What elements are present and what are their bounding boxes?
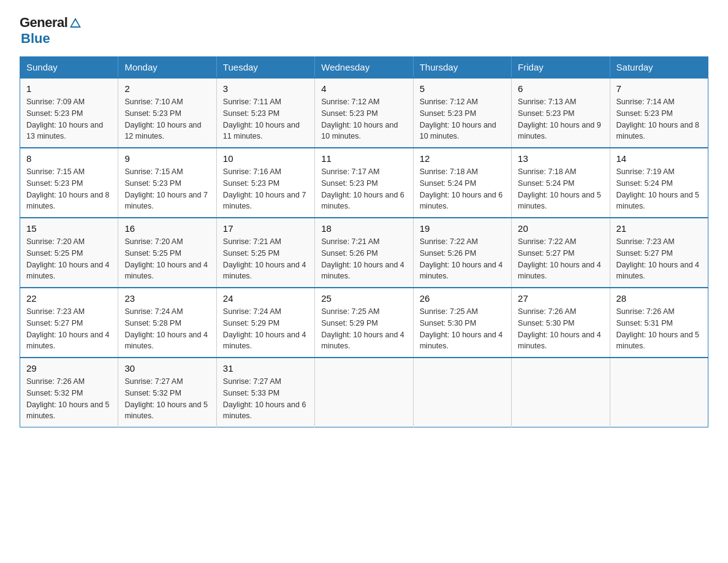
calendar-day-cell: 10 Sunrise: 7:16 AM Sunset: 5:23 PM Dayl… (216, 148, 314, 218)
calendar-day-cell: 17 Sunrise: 7:21 AM Sunset: 5:25 PM Dayl… (216, 218, 314, 288)
calendar-day-cell: 19 Sunrise: 7:22 AM Sunset: 5:26 PM Dayl… (413, 218, 511, 288)
calendar-day-cell: 21 Sunrise: 7:23 AM Sunset: 5:27 PM Dayl… (610, 218, 708, 288)
day-number: 12 (420, 153, 505, 164)
day-number: 14 (616, 153, 702, 164)
day-number: 9 (124, 153, 210, 164)
calendar-day-cell (413, 358, 511, 427)
day-info: Sunrise: 7:11 AM Sunset: 5:23 PM Dayligh… (223, 96, 308, 142)
calendar-day-cell: 24 Sunrise: 7:24 AM Sunset: 5:29 PM Dayl… (216, 288, 314, 358)
day-number: 16 (124, 223, 210, 234)
day-of-week-header: Friday (512, 57, 610, 79)
day-info: Sunrise: 7:22 AM Sunset: 5:27 PM Dayligh… (518, 236, 603, 282)
day-number: 22 (26, 293, 112, 304)
day-info: Sunrise: 7:19 AM Sunset: 5:24 PM Dayligh… (616, 166, 702, 212)
logo-blue-text: Blue (21, 31, 50, 47)
day-number: 18 (321, 223, 406, 234)
day-info: Sunrise: 7:14 AM Sunset: 5:23 PM Dayligh… (616, 96, 702, 142)
day-info: Sunrise: 7:26 AM Sunset: 5:31 PM Dayligh… (616, 306, 702, 352)
day-info: Sunrise: 7:21 AM Sunset: 5:25 PM Dayligh… (223, 236, 308, 282)
calendar-day-cell: 8 Sunrise: 7:15 AM Sunset: 5:23 PM Dayli… (20, 148, 118, 218)
calendar-day-cell: 1 Sunrise: 7:09 AM Sunset: 5:23 PM Dayli… (20, 78, 118, 148)
day-info: Sunrise: 7:24 AM Sunset: 5:28 PM Dayligh… (124, 306, 210, 352)
day-info: Sunrise: 7:12 AM Sunset: 5:23 PM Dayligh… (420, 96, 505, 142)
calendar-week-row: 1 Sunrise: 7:09 AM Sunset: 5:23 PM Dayli… (20, 78, 708, 148)
day-number: 2 (124, 83, 210, 94)
day-info: Sunrise: 7:17 AM Sunset: 5:23 PM Dayligh… (321, 166, 406, 212)
day-info: Sunrise: 7:25 AM Sunset: 5:29 PM Dayligh… (321, 306, 406, 352)
calendar-day-cell: 3 Sunrise: 7:11 AM Sunset: 5:23 PM Dayli… (216, 78, 314, 148)
day-info: Sunrise: 7:10 AM Sunset: 5:23 PM Dayligh… (124, 96, 210, 142)
day-number: 24 (223, 293, 308, 304)
day-info: Sunrise: 7:26 AM Sunset: 5:30 PM Dayligh… (518, 306, 603, 352)
day-number: 30 (124, 363, 210, 373)
calendar-day-cell (610, 358, 708, 427)
day-info: Sunrise: 7:24 AM Sunset: 5:29 PM Dayligh… (223, 306, 308, 352)
day-of-week-header: Sunday (20, 57, 118, 79)
day-number: 15 (26, 223, 112, 234)
calendar-week-row: 8 Sunrise: 7:15 AM Sunset: 5:23 PM Dayli… (20, 148, 708, 218)
calendar-day-cell: 16 Sunrise: 7:20 AM Sunset: 5:25 PM Dayl… (118, 218, 216, 288)
calendar-day-cell: 6 Sunrise: 7:13 AM Sunset: 5:23 PM Dayli… (512, 78, 610, 148)
day-number: 11 (321, 153, 406, 164)
calendar-day-cell: 30 Sunrise: 7:27 AM Sunset: 5:32 PM Dayl… (118, 358, 216, 427)
day-number: 31 (223, 363, 308, 373)
day-number: 17 (223, 223, 308, 234)
day-info: Sunrise: 7:15 AM Sunset: 5:23 PM Dayligh… (26, 166, 112, 212)
calendar-day-cell: 14 Sunrise: 7:19 AM Sunset: 5:24 PM Dayl… (610, 148, 708, 218)
calendar-day-cell: 20 Sunrise: 7:22 AM Sunset: 5:27 PM Dayl… (512, 218, 610, 288)
calendar-table: SundayMondayTuesdayWednesdayThursdayFrid… (20, 56, 708, 427)
calendar-day-cell: 9 Sunrise: 7:15 AM Sunset: 5:23 PM Dayli… (118, 148, 216, 218)
day-number: 28 (616, 293, 702, 304)
calendar-day-cell: 15 Sunrise: 7:20 AM Sunset: 5:25 PM Dayl… (20, 218, 118, 288)
day-info: Sunrise: 7:20 AM Sunset: 5:25 PM Dayligh… (26, 236, 112, 282)
day-info: Sunrise: 7:09 AM Sunset: 5:23 PM Dayligh… (26, 96, 112, 142)
day-info: Sunrise: 7:13 AM Sunset: 5:23 PM Dayligh… (518, 96, 603, 142)
calendar-week-row: 15 Sunrise: 7:20 AM Sunset: 5:25 PM Dayl… (20, 218, 708, 288)
day-info: Sunrise: 7:21 AM Sunset: 5:26 PM Dayligh… (321, 236, 406, 282)
day-number: 4 (321, 83, 406, 94)
calendar-day-cell: 2 Sunrise: 7:10 AM Sunset: 5:23 PM Dayli… (118, 78, 216, 148)
day-info: Sunrise: 7:18 AM Sunset: 5:24 PM Dayligh… (420, 166, 505, 212)
day-info: Sunrise: 7:15 AM Sunset: 5:23 PM Dayligh… (124, 166, 210, 212)
calendar-day-cell: 7 Sunrise: 7:14 AM Sunset: 5:23 PM Dayli… (610, 78, 708, 148)
day-info: Sunrise: 7:12 AM Sunset: 5:23 PM Dayligh… (321, 96, 406, 142)
calendar-week-row: 29 Sunrise: 7:26 AM Sunset: 5:32 PM Dayl… (20, 358, 708, 427)
calendar-day-cell: 28 Sunrise: 7:26 AM Sunset: 5:31 PM Dayl… (610, 288, 708, 358)
day-info: Sunrise: 7:23 AM Sunset: 5:27 PM Dayligh… (616, 236, 702, 282)
day-info: Sunrise: 7:25 AM Sunset: 5:30 PM Dayligh… (420, 306, 505, 352)
day-of-week-header: Thursday (413, 57, 511, 79)
day-number: 10 (223, 153, 308, 164)
day-number: 6 (518, 83, 603, 94)
calendar-day-cell: 29 Sunrise: 7:26 AM Sunset: 5:32 PM Dayl… (20, 358, 118, 427)
calendar-day-cell (315, 358, 413, 427)
day-number: 13 (518, 153, 603, 164)
day-of-week-header: Tuesday (216, 57, 314, 79)
day-number: 25 (321, 293, 406, 304)
day-info: Sunrise: 7:16 AM Sunset: 5:23 PM Dayligh… (223, 166, 308, 212)
calendar-day-cell: 4 Sunrise: 7:12 AM Sunset: 5:23 PM Dayli… (315, 78, 413, 148)
calendar-day-cell: 11 Sunrise: 7:17 AM Sunset: 5:23 PM Dayl… (315, 148, 413, 218)
day-number: 26 (420, 293, 505, 304)
day-number: 29 (26, 363, 112, 373)
calendar-day-cell: 31 Sunrise: 7:27 AM Sunset: 5:33 PM Dayl… (216, 358, 314, 427)
calendar-day-cell (512, 358, 610, 427)
day-info: Sunrise: 7:18 AM Sunset: 5:24 PM Dayligh… (518, 166, 603, 212)
day-number: 7 (616, 83, 702, 94)
day-of-week-header: Wednesday (315, 57, 413, 79)
calendar-day-cell: 5 Sunrise: 7:12 AM Sunset: 5:23 PM Dayli… (413, 78, 511, 148)
day-info: Sunrise: 7:27 AM Sunset: 5:33 PM Dayligh… (223, 376, 308, 422)
day-of-week-header: Monday (118, 57, 216, 79)
calendar-day-cell: 23 Sunrise: 7:24 AM Sunset: 5:28 PM Dayl… (118, 288, 216, 358)
day-number: 23 (124, 293, 210, 304)
day-number: 3 (223, 83, 308, 94)
day-info: Sunrise: 7:20 AM Sunset: 5:25 PM Dayligh… (124, 236, 210, 282)
calendar-day-cell: 25 Sunrise: 7:25 AM Sunset: 5:29 PM Dayl… (315, 288, 413, 358)
day-number: 19 (420, 223, 505, 234)
day-number: 21 (616, 223, 702, 234)
logo-general-text: General (20, 15, 67, 31)
day-number: 27 (518, 293, 603, 304)
day-info: Sunrise: 7:26 AM Sunset: 5:32 PM Dayligh… (26, 376, 112, 422)
day-number: 20 (518, 223, 603, 234)
day-number: 8 (26, 153, 112, 164)
page-header: General Blue (20, 15, 708, 47)
